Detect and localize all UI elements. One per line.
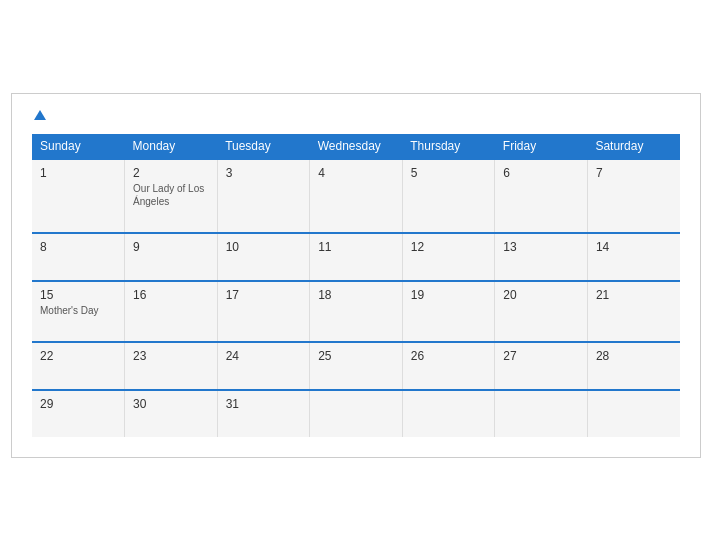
- calendar-cell: 17: [217, 281, 310, 342]
- week-row-5: 293031: [32, 390, 680, 437]
- day-number: 11: [318, 240, 394, 254]
- day-number: 8: [40, 240, 116, 254]
- calendar-cell: 14: [587, 233, 680, 281]
- holiday-label: Mother's Day: [40, 304, 116, 317]
- calendar-cell: 19: [402, 281, 495, 342]
- calendar-cell: 11: [310, 233, 403, 281]
- day-number: 2: [133, 166, 209, 180]
- calendar-cell: 15Mother's Day: [32, 281, 125, 342]
- day-number: 16: [133, 288, 209, 302]
- calendar-cell: [587, 390, 680, 437]
- day-header-thursday: Thursday: [402, 134, 495, 159]
- calendar-cell: 21: [587, 281, 680, 342]
- day-number: 6: [503, 166, 579, 180]
- calendar-body: 12Our Lady of Los Ángeles345678910111213…: [32, 159, 680, 437]
- calendar-thead: SundayMondayTuesdayWednesdayThursdayFrid…: [32, 134, 680, 159]
- day-number: 9: [133, 240, 209, 254]
- calendar-cell: 7: [587, 159, 680, 233]
- calendar-cell: 27: [495, 342, 588, 390]
- week-row-3: 15Mother's Day161718192021: [32, 281, 680, 342]
- day-number: 19: [411, 288, 487, 302]
- day-number: 5: [411, 166, 487, 180]
- day-header-wednesday: Wednesday: [310, 134, 403, 159]
- holiday-label: Our Lady of Los Ángeles: [133, 182, 209, 208]
- day-header-monday: Monday: [125, 134, 218, 159]
- day-number: 4: [318, 166, 394, 180]
- calendar-cell: 24: [217, 342, 310, 390]
- day-number: 14: [596, 240, 672, 254]
- day-number: 20: [503, 288, 579, 302]
- calendar-cell: 2Our Lady of Los Ángeles: [125, 159, 218, 233]
- day-number: 21: [596, 288, 672, 302]
- day-number: 17: [226, 288, 302, 302]
- calendar-cell: [402, 390, 495, 437]
- calendar-cell: 16: [125, 281, 218, 342]
- day-number: 10: [226, 240, 302, 254]
- week-row-4: 22232425262728: [32, 342, 680, 390]
- calendar-cell: 28: [587, 342, 680, 390]
- day-number: 29: [40, 397, 116, 411]
- logo-area: [32, 110, 46, 120]
- day-number: 28: [596, 349, 672, 363]
- calendar-header: [32, 110, 680, 120]
- calendar-cell: 20: [495, 281, 588, 342]
- day-number: 13: [503, 240, 579, 254]
- week-row-1: 12Our Lady of Los Ángeles34567: [32, 159, 680, 233]
- calendar-cell: 29: [32, 390, 125, 437]
- calendar-cell: 6: [495, 159, 588, 233]
- calendar-container: SundayMondayTuesdayWednesdayThursdayFrid…: [11, 93, 701, 458]
- logo-triangle-icon: [34, 110, 46, 120]
- day-header-friday: Friday: [495, 134, 588, 159]
- day-number: 7: [596, 166, 672, 180]
- day-number: 26: [411, 349, 487, 363]
- calendar-table: SundayMondayTuesdayWednesdayThursdayFrid…: [32, 134, 680, 437]
- calendar-cell: 4: [310, 159, 403, 233]
- header-row: SundayMondayTuesdayWednesdayThursdayFrid…: [32, 134, 680, 159]
- calendar-cell: 30: [125, 390, 218, 437]
- day-number: 3: [226, 166, 302, 180]
- day-header-saturday: Saturday: [587, 134, 680, 159]
- day-number: 22: [40, 349, 116, 363]
- calendar-cell: [310, 390, 403, 437]
- calendar-cell: 26: [402, 342, 495, 390]
- day-header-tuesday: Tuesday: [217, 134, 310, 159]
- calendar-cell: 31: [217, 390, 310, 437]
- day-number: 30: [133, 397, 209, 411]
- calendar-cell: 25: [310, 342, 403, 390]
- calendar-cell: 23: [125, 342, 218, 390]
- day-number: 12: [411, 240, 487, 254]
- calendar-cell: 12: [402, 233, 495, 281]
- calendar-cell: 22: [32, 342, 125, 390]
- calendar-cell: [495, 390, 588, 437]
- day-number: 31: [226, 397, 302, 411]
- calendar-cell: 1: [32, 159, 125, 233]
- day-number: 23: [133, 349, 209, 363]
- day-number: 27: [503, 349, 579, 363]
- calendar-cell: 3: [217, 159, 310, 233]
- day-number: 25: [318, 349, 394, 363]
- calendar-cell: 8: [32, 233, 125, 281]
- calendar-cell: 13: [495, 233, 588, 281]
- day-number: 15: [40, 288, 116, 302]
- day-number: 1: [40, 166, 116, 180]
- day-number: 24: [226, 349, 302, 363]
- calendar-cell: 9: [125, 233, 218, 281]
- day-header-sunday: Sunday: [32, 134, 125, 159]
- week-row-2: 891011121314: [32, 233, 680, 281]
- day-number: 18: [318, 288, 394, 302]
- calendar-cell: 18: [310, 281, 403, 342]
- calendar-cell: 5: [402, 159, 495, 233]
- calendar-cell: 10: [217, 233, 310, 281]
